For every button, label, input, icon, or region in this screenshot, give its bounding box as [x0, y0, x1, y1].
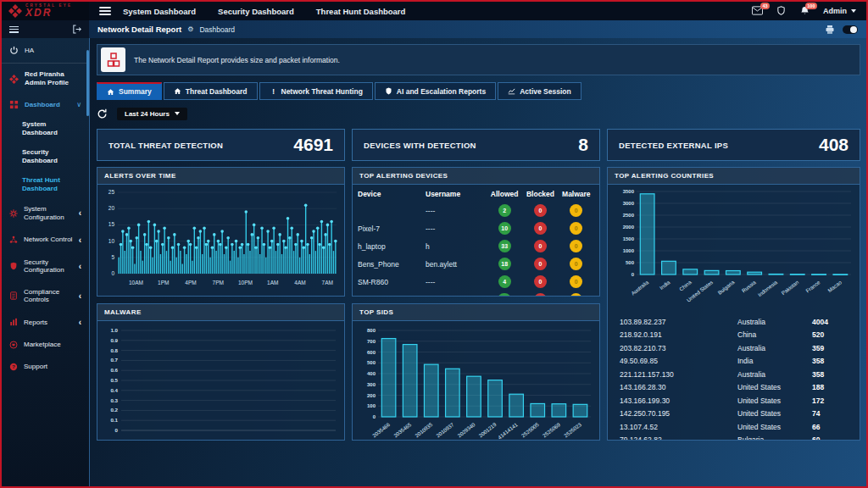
list-item[interactable]: 142.250.70.195 United States 74 — [611, 408, 856, 421]
malware-badge: 0 — [570, 258, 582, 270]
svg-text:0.6: 0.6 — [110, 367, 118, 373]
external-ip: 203.82.210.73 — [620, 344, 737, 352]
compliance-icon — [9, 291, 18, 300]
tab-ai-and-escalation-reports[interactable]: AI and Escalation Reports — [375, 82, 496, 100]
list-item[interactable]: 203.82.210.73 Australia 359 — [611, 341, 856, 355]
allowed-badge: 4 — [498, 275, 511, 288]
list-item[interactable]: 13.107.4.52 United States 66 — [611, 420, 856, 434]
sidebar-item-support[interactable]: ? Support — [2, 356, 89, 378]
sidebar-item-security-configuration[interactable]: Security Configuration‹ — [2, 252, 89, 281]
tab-network-threat-hunting[interactable]: ! Network Threat Hunting — [259, 82, 373, 100]
list-item[interactable]: 221.121.157.130 Australia 358 — [611, 368, 856, 381]
shield-status-icon[interactable] — [776, 6, 787, 16]
table-row[interactable]: Bens_Phone ben.aylett 18 0 0 — [353, 255, 599, 273]
svg-text:200: 200 — [367, 393, 376, 398]
allowed-badge: 10 — [498, 222, 511, 235]
malware-chart[interactable]: 1.00.90.80.70.60.50.40.30.20.10 — [101, 324, 341, 439]
svg-text:2035466: 2035466 — [371, 421, 392, 439]
sidebar-item-threat-hunt-dashboard[interactable]: Threat Hunt Dashboard — [2, 171, 89, 199]
tab-label: AI and Escalation Reports — [397, 87, 486, 96]
ip-country: Australia — [737, 344, 812, 352]
report-cubes-icon — [101, 47, 125, 72]
top-menu-item[interactable]: System Dashboard — [123, 7, 196, 16]
blocked-badge: 0 — [534, 275, 547, 288]
ip-country: Bulgaria — [737, 435, 812, 441]
table-row[interactable]: SM-R860 ---- 4 0 0 — [353, 273, 599, 291]
list-item[interactable]: 218.92.0.191 China 520 — [611, 329, 856, 342]
sidebar-item-ha[interactable]: HA — [2, 38, 89, 64]
sidebar-collapse-icon[interactable] — [9, 26, 19, 33]
svg-text:2010937: 2010937 — [435, 421, 455, 439]
sidebar-profile[interactable]: Red Piranha Admin Profile — [2, 64, 89, 94]
sidebar-item-system-configuration[interactable]: System Configuration‹ — [2, 198, 89, 228]
tab-threat-dashboard[interactable]: Threat Dashboard — [164, 82, 258, 100]
sidebar-item-marketplace[interactable]: Marketplace — [2, 334, 89, 356]
device-name: h_laptop — [358, 242, 426, 251]
top-nav: System DashboardSecurity DashboardThreat… — [123, 7, 405, 16]
breadcrumb-section[interactable]: Dashboard — [199, 25, 235, 34]
svg-text:0.1: 0.1 — [110, 417, 118, 423]
time-range-dropdown[interactable]: Last 24 Hours — [117, 108, 187, 120]
menu-hamburger-icon[interactable] — [99, 7, 111, 15]
messages-badge: 43 — [760, 3, 770, 9]
device-username: ben.aylett — [426, 260, 487, 269]
chevron-left-icon: ‹ — [79, 318, 81, 327]
svg-text:15: 15 — [108, 221, 115, 227]
top-sids-chart[interactable]: 0100200300400500600700800203546620354652… — [356, 324, 596, 441]
svg-text:0.3: 0.3 — [110, 397, 118, 403]
devices-column-header: Allowed — [487, 190, 522, 198]
svg-text:400: 400 — [367, 371, 376, 376]
breadcrumb-title[interactable]: Network Detail Report — [97, 25, 181, 34]
logout-icon[interactable] — [72, 25, 81, 34]
chevron-left-icon: ‹ — [79, 208, 81, 218]
table-row[interactable]: h_laptop h 33 0 0 — [353, 237, 599, 255]
sidebar-item-system-dashboard[interactable]: System Dashboard — [2, 115, 89, 143]
external-ip: 13.107.4.52 — [620, 423, 737, 431]
tab-summary[interactable]: Summary — [97, 82, 162, 100]
list-item[interactable]: 143.166.199.30 United States 172 — [611, 394, 856, 408]
external-ip: 79.124.62.82 — [620, 435, 737, 441]
svg-text:600: 600 — [367, 350, 376, 355]
refresh-icon[interactable] — [97, 108, 108, 119]
alerts-over-time-chart[interactable]: 051015202510AM1PM4PM7PM10PM1AM4AM7AM — [101, 187, 341, 294]
table-row[interactable]: ---- 180 0 0 — [353, 291, 599, 297]
notifications-bell-icon[interactable]: 100 — [799, 6, 811, 16]
tab-active-session[interactable]: Active Session — [498, 82, 581, 100]
sidebar-item-reports[interactable]: Reports‹ — [2, 311, 89, 334]
table-row[interactable]: ---- 2 0 0 — [353, 202, 599, 219]
list-item[interactable]: 143.166.28.30 United States 188 — [611, 381, 856, 395]
list-item[interactable]: 49.50.69.85 India 358 — [611, 355, 856, 369]
home-icon — [107, 88, 114, 96]
top-menu-item[interactable]: Security Dashboard — [218, 7, 294, 16]
top-menu-item[interactable]: Threat Hunt Dashboard — [316, 7, 406, 16]
list-item[interactable]: 103.89.82.237 Australia 4004 — [611, 315, 856, 329]
sidebar: HA Red Piranha Admin Profile Dashboard ∨… — [2, 38, 89, 486]
ip-country: Australia — [737, 318, 812, 326]
sub-bar: Network Detail Report ⚙ Dashboard — [2, 20, 866, 38]
svg-text:500: 500 — [626, 260, 635, 265]
messages-icon[interactable]: 43 — [752, 6, 764, 16]
svg-text:10AM: 10AM — [129, 280, 143, 286]
sidebar-item-security-dashboard[interactable]: Security Dashboard — [2, 143, 89, 171]
chevron-down-icon — [175, 112, 180, 115]
devices-table-header: DeviceUsernameAllowedBlockedMalware — [353, 186, 599, 202]
crystal-eye-xdr-logo[interactable]: CRYSTAL EYE XDR — [2, 2, 89, 20]
external-ip: 142.250.70.195 — [620, 409, 737, 418]
svg-text:500: 500 — [367, 360, 376, 365]
table-row[interactable]: Pixel-7 ---- 10 0 0 — [353, 219, 599, 237]
top-bar: CRYSTAL EYE XDR System DashboardSecurity… — [2, 2, 866, 20]
malware-badge: 0 — [570, 240, 582, 252]
theme-toggle[interactable] — [843, 25, 858, 34]
print-icon[interactable] — [825, 25, 835, 35]
panel-alerts-over-time: ALERTS OVER TIME 051015202510AM1PM4PM7PM… — [97, 167, 345, 297]
ip-country: United States — [737, 409, 812, 418]
sidebar-item-network-control[interactable]: Network Control‹ — [2, 229, 89, 252]
ip-count: 359 — [812, 344, 848, 352]
admin-menu[interactable]: Admin — [823, 7, 856, 15]
top-alerting-countries-chart[interactable]: 0500100015002000250030003500AustraliaInd… — [611, 186, 856, 310]
blocked-badge: 0 — [534, 293, 547, 297]
sidebar-item-dashboard[interactable]: Dashboard ∨ — [2, 94, 89, 115]
sidebar-item-compliance-controls[interactable]: Compliance Controls‹ — [2, 281, 89, 311]
list-item[interactable]: 79.124.62.82 Bulgaria 60 — [611, 434, 856, 441]
panel-title: MALWARE — [97, 304, 344, 321]
